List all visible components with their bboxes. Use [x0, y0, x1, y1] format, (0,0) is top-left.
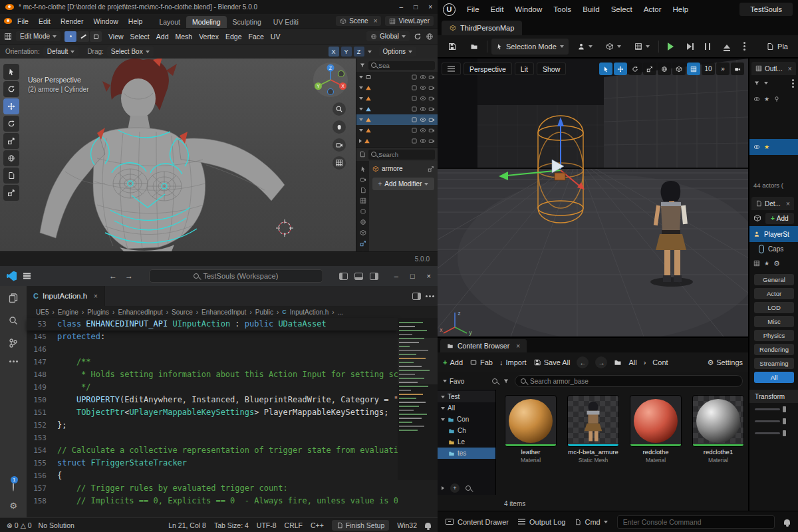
- menu-file[interactable]: File: [462, 3, 485, 15]
- move-tool-button[interactable]: [3, 98, 19, 114]
- camera-toggle-icon[interactable]: [428, 74, 435, 80]
- eol-label[interactable]: CRLF: [285, 521, 303, 529]
- notifications-bell-icon[interactable]: [784, 519, 790, 525]
- editor-type-icon[interactable]: [4, 33, 12, 41]
- platforms-dropdown[interactable]: Pla: [761, 39, 793, 55]
- outliner-row[interactable]: [356, 136, 438, 146]
- asset-tile-armure-mesh[interactable]: mc-f-beta_armure Static Mesh: [565, 395, 621, 464]
- viewport-menu-mesh[interactable]: Mesh: [175, 33, 192, 41]
- crumb-symbol[interactable]: ...: [338, 309, 343, 316]
- eject-button[interactable]: [719, 39, 735, 55]
- viewport-menu-select[interactable]: Select: [130, 33, 150, 41]
- add-asset-button[interactable]: +Add: [443, 358, 463, 366]
- add-modifier-button[interactable]: + Add Modifier: [372, 178, 434, 190]
- viewport-menu-uv[interactable]: UV: [271, 33, 281, 41]
- more-snap-options[interactable]: »: [716, 63, 730, 75]
- viewport-menu-add[interactable]: Add: [156, 33, 169, 41]
- mirror-y-button[interactable]: Y: [341, 47, 352, 57]
- eye-icon[interactable]: [420, 84, 426, 91]
- outliner-row[interactable]: [356, 82, 438, 93]
- scale-tool-button[interactable]: [3, 133, 19, 149]
- eye-icon[interactable]: [420, 95, 426, 102]
- rotate-tool-button[interactable]: [3, 116, 19, 132]
- minimize-button[interactable]: –: [394, 272, 398, 280]
- outliner-settings-kebab[interactable]: [792, 82, 794, 84]
- pan-button[interactable]: [332, 120, 346, 134]
- outliner-row[interactable]: [356, 72, 438, 82]
- vertex-select-button[interactable]: [65, 31, 76, 42]
- menu-build[interactable]: Build: [577, 3, 605, 15]
- checkbox-icon[interactable]: [411, 106, 418, 112]
- cursor-tool-button[interactable]: [3, 81, 19, 97]
- navigation-gizmo[interactable]: Z X Y: [312, 61, 349, 98]
- menu-window[interactable]: Window: [88, 16, 122, 27]
- menu-help[interactable]: Help: [668, 3, 694, 15]
- outliner-row[interactable]: [356, 125, 438, 136]
- viewport-menu-face[interactable]: Face: [248, 33, 263, 41]
- split-editor-icon[interactable]: [412, 293, 421, 300]
- capsule-component-row[interactable]: Caps: [749, 242, 798, 255]
- drag-dropdown[interactable]: Select Box: [107, 47, 154, 57]
- problems-indicator[interactable]: ⊗ 0 △ 0: [7, 521, 32, 529]
- menu-help[interactable]: Help: [124, 16, 148, 27]
- toggle-sidebar-icon[interactable]: [339, 273, 348, 280]
- close-button[interactable]: ×: [427, 272, 431, 280]
- search-icon[interactable]: [8, 315, 19, 326]
- eye-icon[interactable]: [420, 106, 426, 112]
- perspective-dropdown[interactable]: Perspective: [464, 63, 512, 75]
- editor-actions-more-icon[interactable]: [429, 295, 431, 297]
- eye-icon[interactable]: [420, 116, 426, 123]
- checkbox-icon[interactable]: [411, 138, 418, 144]
- category-misc[interactable]: Misc: [754, 316, 794, 327]
- grid-icon[interactable]: [753, 260, 760, 267]
- checkbox-icon[interactable]: [411, 74, 418, 80]
- viewport-menu-vertex[interactable]: Vertex: [199, 33, 219, 41]
- maximize-button[interactable]: □: [414, 3, 418, 11]
- mode-selector[interactable]: Edit Mode: [16, 31, 61, 41]
- category-actor[interactable]: Actor: [754, 288, 794, 299]
- measure-tool-button[interactable]: [3, 185, 19, 201]
- selection-mode-dropdown[interactable]: Selection Mode: [491, 39, 569, 55]
- close-button[interactable]: ×: [428, 3, 432, 11]
- viewport-menu-view[interactable]: View: [108, 33, 124, 41]
- output-properties-icon[interactable]: [360, 187, 366, 194]
- nav-back-button[interactable]: ←: [109, 271, 117, 281]
- tab-outliner[interactable]: Outl... ×: [751, 62, 796, 75]
- add-actor-dropdown[interactable]: [573, 39, 597, 55]
- transform-row[interactable]: [749, 427, 798, 439]
- outliner-row[interactable]: [356, 104, 438, 114]
- properties-editor-icon[interactable]: [359, 151, 366, 158]
- menu-tools[interactable]: Tools: [548, 3, 577, 15]
- show-flags-dropdown[interactable]: Show: [537, 63, 566, 75]
- transform-tool-button[interactable]: [3, 150, 19, 166]
- import-button[interactable]: ↓Import: [499, 358, 527, 366]
- star-icon[interactable]: ★: [764, 260, 769, 267]
- transform-section-header[interactable]: Transform: [749, 390, 798, 403]
- cmd-dropdown[interactable]: Cmd: [575, 518, 607, 526]
- close-tab-icon[interactable]: ×: [786, 200, 790, 207]
- console-command-input[interactable]: Enter Console Command: [617, 515, 775, 529]
- object-properties-icon[interactable]: [360, 229, 366, 236]
- tree-search-icon[interactable]: [466, 485, 471, 491]
- eye-icon[interactable]: [420, 138, 426, 144]
- crumb-enhancedinput[interactable]: EnhancedInput: [118, 309, 162, 316]
- path-all[interactable]: All: [628, 358, 636, 366]
- platform-label[interactable]: Win32: [397, 521, 417, 529]
- more-views-icon[interactable]: [13, 360, 15, 362]
- viewlayer-properties-icon[interactable]: [360, 198, 366, 204]
- code-line[interactable]: 152};: [27, 419, 398, 432]
- code-line[interactable]: 156{: [27, 469, 398, 482]
- outliner-selected-row[interactable]: ★: [749, 139, 798, 155]
- fab-button[interactable]: Fab: [469, 358, 493, 366]
- crumb-plugins[interactable]: Plugins: [87, 309, 109, 316]
- close-tab-icon[interactable]: ×: [788, 65, 792, 72]
- frame-skip-button[interactable]: [682, 39, 696, 55]
- menu-edit[interactable]: Edit: [34, 16, 55, 27]
- quick-add-dropdown[interactable]: [601, 39, 626, 55]
- star-icon[interactable]: ★: [764, 96, 769, 102]
- favorites-header[interactable]: Favo: [443, 378, 497, 385]
- category-lod[interactable]: LOD: [754, 302, 794, 313]
- crumb-file[interactable]: InputAction.h: [290, 309, 329, 316]
- crumb-ue5[interactable]: UE5: [36, 309, 49, 316]
- finish-setup-button[interactable]: Finish Setup: [332, 520, 389, 531]
